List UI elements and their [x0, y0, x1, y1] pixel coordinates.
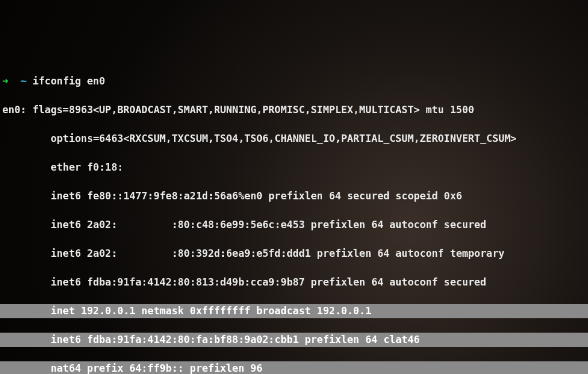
ifconfig-output-line: ether f0:18:: [0, 160, 588, 175]
command-text: ifconfig en0: [33, 75, 105, 87]
prompt-arrow-icon: ➜: [2, 75, 9, 87]
ifconfig-output-line: inet6 2a02: :80:392d:6ea9:e5fd:ddd1 pref…: [0, 246, 588, 261]
ifconfig-output-line: inet6 fe80::1477:9fe8:a21d:56a6%en0 pref…: [0, 189, 588, 203]
ifconfig-output-line-highlighted: nat64 prefix 64:ff9b:: prefixlen 96: [0, 361, 588, 374]
ifconfig-output-line: en0: flags=8963<UP,BROADCAST,SMART,RUNNI…: [0, 103, 588, 117]
prompt-line-1: ➜ ~ ifconfig en0: [0, 74, 588, 88]
ifconfig-output-line-highlighted: inet 192.0.0.1 netmask 0xffffffff broadc…: [0, 304, 588, 318]
ifconfig-output-line: options=6463<RXCSUM,TXCSUM,TSO4,TSO6,CHA…: [0, 132, 588, 146]
prompt-tilde: ~: [21, 75, 27, 87]
ifconfig-output-line: inet6 2a02: :80:c48:6e99:5e6c:e453 prefi…: [0, 218, 588, 232]
terminal-output[interactable]: ➜ ~ ifconfig en0 en0: flags=8963<UP,BROA…: [0, 57, 588, 374]
ifconfig-output-line-highlighted: inet6 fdba:91fa:4142:80:fa:bf88:9a02:cbb…: [0, 333, 588, 347]
ifconfig-output-line: inet6 fdba:91fa:4142:80:813:d49b:cca9:9b…: [0, 275, 588, 290]
